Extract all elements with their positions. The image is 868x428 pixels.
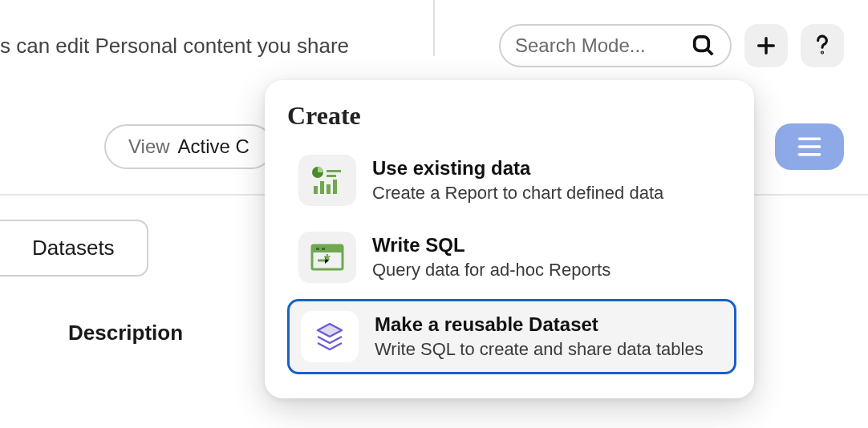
svg-rect-3 xyxy=(327,170,341,172)
svg-rect-11 xyxy=(316,248,319,250)
option-title: Write SQL xyxy=(372,234,610,256)
option-subtitle: Write SQL to create and share data table… xyxy=(375,339,704,360)
chart-bar-icon xyxy=(298,155,356,206)
option-title: Make a reusable Dataset xyxy=(375,313,704,336)
tab-label: Datasets xyxy=(32,236,115,260)
create-option-reusable-dataset[interactable]: Make a reusable Dataset Write SQL to cre… xyxy=(287,299,736,374)
top-bar: s can edit Personal content you share Se… xyxy=(0,0,868,83)
create-button[interactable] xyxy=(744,24,788,67)
view-filter[interactable]: View Active C xyxy=(104,124,274,169)
option-subtitle: Query data for ad-hoc Reports xyxy=(372,260,610,281)
svg-rect-7 xyxy=(327,184,331,194)
top-right-actions: Search Mode... xyxy=(499,24,844,67)
svg-rect-12 xyxy=(322,248,325,250)
svg-text:*: * xyxy=(324,251,331,269)
sql-terminal-icon: * xyxy=(298,232,356,283)
create-popover: Create Use existing data Create a Report… xyxy=(265,80,754,398)
view-value: Active C xyxy=(178,135,249,158)
svg-point-1 xyxy=(821,52,822,53)
svg-rect-0 xyxy=(695,37,709,51)
plus-icon xyxy=(755,34,777,57)
create-option-write-sql[interactable]: * Write SQL Query data for ad-hoc Report… xyxy=(287,222,736,293)
question-icon xyxy=(812,34,833,58)
create-option-existing-data[interactable]: Use existing data Create a Report to cha… xyxy=(287,145,736,216)
help-button[interactable] xyxy=(801,24,844,67)
svg-rect-6 xyxy=(320,181,324,194)
search-input[interactable]: Search Mode... xyxy=(499,24,732,67)
search-placeholder: Search Mode... xyxy=(515,34,646,57)
svg-rect-5 xyxy=(314,186,318,194)
menu-icon xyxy=(796,135,823,158)
svg-rect-4 xyxy=(327,175,336,177)
option-text: Make a reusable Dataset Write SQL to cre… xyxy=(375,313,704,360)
popover-title: Create xyxy=(287,101,736,131)
share-permission-text: s can edit Personal content you share xyxy=(0,34,349,59)
tab-datasets[interactable]: Datasets xyxy=(0,220,148,277)
option-text: Write SQL Query data for ad-hoc Reports xyxy=(372,234,610,281)
search-icon xyxy=(692,34,716,58)
divider xyxy=(433,0,435,56)
svg-rect-8 xyxy=(333,180,337,194)
list-options-button[interactable] xyxy=(775,123,844,170)
option-subtitle: Create a Report to chart defined data xyxy=(372,183,663,204)
dataset-layers-icon xyxy=(301,311,359,362)
option-title: Use existing data xyxy=(372,157,663,180)
view-label: View xyxy=(128,135,170,158)
option-text: Use existing data Create a Report to cha… xyxy=(372,157,663,204)
